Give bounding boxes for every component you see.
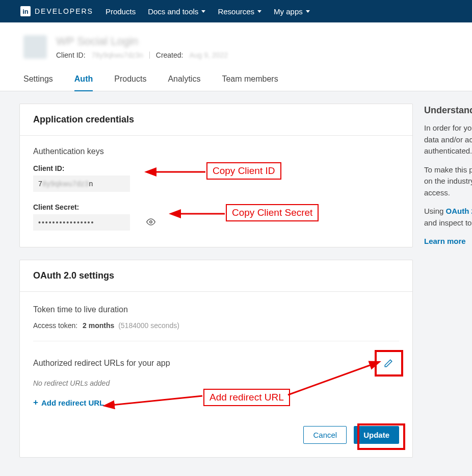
tabs: Settings Auth Products Analytics Team me… (0, 69, 472, 91)
learn-more-link[interactable]: Learn more (424, 237, 466, 245)
created-label: Created: (156, 51, 183, 59)
logo-text: DEVELOPERS (35, 7, 93, 15)
app-meta: Client ID: 78y9qkwu7dz3n Created: Aug 9,… (56, 51, 228, 59)
svg-point-0 (150, 220, 152, 223)
auth-keys-heading: Authentication keys (33, 147, 399, 156)
app-header: WP Social Login Client ID: 78y9qkwu7dz3n… (0, 22, 472, 59)
client-id-input[interactable]: 78y9qkwu7dz3n (33, 176, 130, 192)
plus-icon: + (33, 397, 38, 408)
app-logo-icon (23, 35, 47, 59)
tab-products[interactable]: Products (114, 69, 146, 91)
client-id-value: 78y9qkwu7dz3n (92, 51, 143, 59)
sidebar-help: Understandin In order for you data and/o… (424, 104, 472, 255)
svg-line-3 (288, 364, 373, 395)
annotation-add-redirect: Add redirect URL (203, 389, 290, 406)
oauth-card: OAuth 2.0 settings Token time to live du… (19, 260, 413, 458)
top-nav: in DEVELOPERS Products Docs and tools Re… (0, 0, 472, 22)
annotation-copy-client-secret: Copy Client Secret (226, 204, 319, 221)
linkedin-logo-icon: in (20, 6, 31, 16)
main-area: Application credentials Authentication k… (0, 91, 472, 476)
access-token-label: Access token: (33, 321, 77, 330)
nav-products[interactable]: Products (106, 7, 136, 16)
annotation-copy-client-id: Copy Client ID (206, 162, 281, 180)
tab-team-members[interactable]: Team members (222, 69, 278, 91)
caret-down-icon (257, 10, 261, 13)
oauth-2-link[interactable]: OAuth 2. (446, 207, 472, 215)
add-redirect-url-label: Add redirect URL (41, 398, 104, 407)
credentials-card: Application credentials Authentication k… (19, 104, 413, 247)
svg-line-4 (112, 396, 202, 405)
caret-down-icon (201, 10, 205, 13)
sidebar-title: Understandin (424, 104, 472, 117)
tab-settings[interactable]: Settings (23, 69, 53, 91)
ttl-heading: Token time to live duration (33, 305, 399, 314)
access-token-detail: (5184000 seconds) (118, 321, 179, 330)
highlight-edit-button (375, 350, 403, 377)
caret-down-icon (306, 10, 310, 13)
client-id-label: Client ID: (56, 51, 86, 59)
app-title: WP Social Login (56, 35, 228, 48)
highlight-update-button (357, 423, 405, 450)
redirect-urls-heading: Authorized redirect URLs for your app (33, 359, 170, 368)
client-secret-input[interactable] (33, 214, 130, 231)
divider (149, 52, 150, 59)
created-value: Aug 9, 2022 (189, 51, 228, 59)
access-token-value: 2 months (83, 321, 114, 330)
nav-resources[interactable]: Resources (218, 7, 261, 16)
access-token-row: Access token: 2 months (5184000 seconds) (33, 321, 399, 330)
divider (33, 341, 399, 341)
logo[interactable]: in DEVELOPERS (20, 6, 93, 16)
nav-docs-tools[interactable]: Docs and tools (148, 7, 205, 16)
cancel-button[interactable]: Cancel (303, 426, 347, 444)
oauth-card-title: OAuth 2.0 settings (20, 260, 412, 292)
show-secret-eye-icon[interactable] (146, 217, 155, 228)
credentials-card-title: Application credentials (20, 104, 412, 136)
nav-my-apps[interactable]: My apps (274, 7, 310, 16)
tab-analytics[interactable]: Analytics (168, 69, 200, 91)
tab-auth[interactable]: Auth (74, 69, 93, 91)
